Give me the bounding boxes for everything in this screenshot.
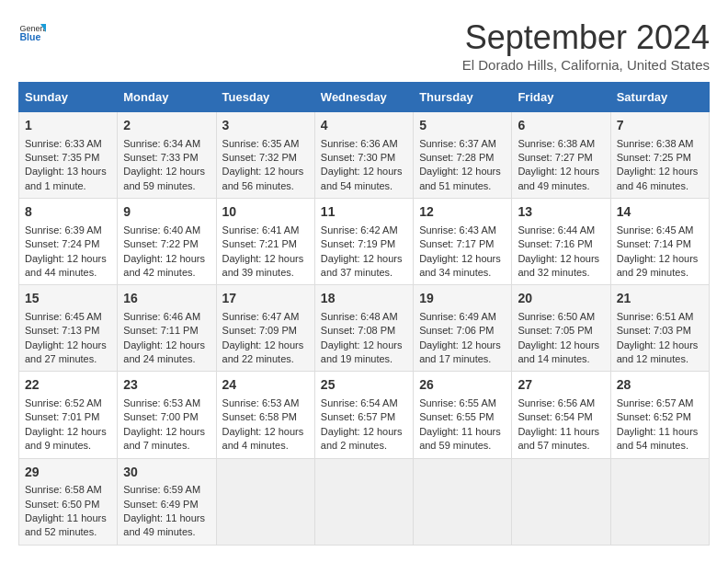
calendar-cell: 20Sunrise: 6:50 AMSunset: 7:05 PMDayligh… bbox=[512, 285, 610, 372]
calendar-cell: 10Sunrise: 6:41 AMSunset: 7:21 PMDayligh… bbox=[216, 199, 314, 285]
calendar-cell: 15Sunrise: 6:45 AMSunset: 7:13 PMDayligh… bbox=[19, 285, 118, 372]
day-info: and 12 minutes. bbox=[617, 352, 703, 366]
day-info: Sunrise: 6:44 AM bbox=[518, 224, 604, 237]
day-info: Daylight: 12 hours bbox=[617, 339, 703, 352]
day-info: and 59 minutes. bbox=[419, 439, 506, 453]
day-info: Daylight: 11 hours bbox=[123, 511, 210, 525]
day-info: and 54 minutes. bbox=[321, 179, 407, 193]
day-number: 26 bbox=[419, 376, 506, 395]
day-info: Daylight: 12 hours bbox=[25, 339, 111, 352]
day-info: Sunrise: 6:36 AM bbox=[321, 137, 407, 151]
day-number: 6 bbox=[518, 117, 604, 135]
day-info: Sunset: 7:28 PM bbox=[419, 151, 506, 165]
day-info: Sunset: 7:24 PM bbox=[25, 237, 111, 251]
svg-text:Blue: Blue bbox=[20, 31, 41, 42]
header-friday: Friday bbox=[512, 83, 610, 112]
day-info: Sunrise: 6:46 AM bbox=[123, 310, 210, 324]
day-info: and 46 minutes. bbox=[617, 179, 703, 193]
day-info: and 4 minutes. bbox=[222, 439, 309, 453]
day-number: 8 bbox=[25, 203, 111, 222]
calendar-cell bbox=[512, 458, 610, 545]
day-info: Sunset: 7:03 PM bbox=[617, 324, 703, 338]
day-info: Sunrise: 6:39 AM bbox=[25, 224, 111, 237]
day-info: and 56 minutes. bbox=[222, 179, 309, 193]
day-info: Daylight: 13 hours bbox=[25, 165, 111, 178]
header-monday: Monday bbox=[118, 83, 216, 112]
day-info: Sunset: 7:01 PM bbox=[25, 410, 111, 424]
calendar-header-row: SundayMondayTuesdayWednesdayThursdayFrid… bbox=[19, 83, 710, 112]
day-info: Sunset: 6:49 PM bbox=[123, 498, 210, 511]
day-number: 29 bbox=[25, 464, 111, 482]
day-info: Daylight: 12 hours bbox=[518, 339, 604, 352]
header-thursday: Thursday bbox=[414, 83, 512, 112]
day-info: Sunset: 7:22 PM bbox=[123, 237, 210, 251]
day-info: Sunrise: 6:53 AM bbox=[123, 396, 210, 410]
day-info: Daylight: 12 hours bbox=[321, 165, 407, 178]
day-info: Sunrise: 6:45 AM bbox=[617, 224, 703, 237]
calendar-cell: 8Sunrise: 6:39 AMSunset: 7:24 PMDaylight… bbox=[19, 199, 118, 285]
day-info: and 27 minutes. bbox=[25, 352, 111, 366]
day-info: Sunset: 7:06 PM bbox=[419, 324, 506, 338]
calendar-cell bbox=[610, 458, 709, 545]
calendar-cell: 25Sunrise: 6:54 AMSunset: 6:57 PMDayligh… bbox=[314, 372, 413, 458]
day-info: Daylight: 12 hours bbox=[518, 165, 604, 178]
calendar-cell bbox=[216, 458, 314, 545]
day-info: and 19 minutes. bbox=[321, 352, 407, 366]
day-info: Sunrise: 6:41 AM bbox=[222, 224, 309, 237]
day-info: Sunset: 6:50 PM bbox=[25, 498, 111, 511]
calendar-cell: 19Sunrise: 6:49 AMSunset: 7:06 PMDayligh… bbox=[414, 285, 512, 372]
calendar-cell: 21Sunrise: 6:51 AMSunset: 7:03 PMDayligh… bbox=[610, 285, 709, 372]
day-info: Sunset: 7:25 PM bbox=[617, 151, 703, 165]
day-info: Daylight: 11 hours bbox=[25, 511, 111, 525]
day-info: Sunset: 7:21 PM bbox=[222, 237, 309, 251]
day-number: 14 bbox=[617, 203, 703, 222]
day-info: and 2 minutes. bbox=[321, 439, 407, 453]
calendar-cell: 28Sunrise: 6:57 AMSunset: 6:52 PMDayligh… bbox=[610, 372, 709, 458]
day-info: and 51 minutes. bbox=[419, 179, 506, 193]
day-info: Sunset: 7:13 PM bbox=[25, 324, 111, 338]
day-info: Sunset: 7:27 PM bbox=[518, 151, 604, 165]
day-number: 1 bbox=[25, 117, 111, 135]
calendar-cell: 11Sunrise: 6:42 AMSunset: 7:19 PMDayligh… bbox=[314, 199, 413, 285]
day-info: Sunset: 7:32 PM bbox=[222, 151, 309, 165]
day-info: Daylight: 12 hours bbox=[25, 425, 111, 439]
day-info: Daylight: 12 hours bbox=[222, 339, 309, 352]
day-number: 16 bbox=[123, 290, 210, 308]
day-number: 27 bbox=[518, 376, 604, 395]
day-info: Daylight: 12 hours bbox=[25, 252, 111, 266]
day-info: Daylight: 11 hours bbox=[617, 425, 703, 439]
day-number: 20 bbox=[518, 290, 604, 308]
calendar-cell: 4Sunrise: 6:36 AMSunset: 7:30 PMDaylight… bbox=[314, 112, 413, 199]
calendar-table: SundayMondayTuesdayWednesdayThursdayFrid… bbox=[18, 82, 710, 546]
header-wednesday: Wednesday bbox=[314, 83, 413, 112]
calendar-cell: 1Sunrise: 6:33 AMSunset: 7:35 PMDaylight… bbox=[19, 112, 118, 199]
day-info: Daylight: 12 hours bbox=[123, 165, 210, 178]
calendar-cell: 6Sunrise: 6:38 AMSunset: 7:27 PMDaylight… bbox=[512, 112, 610, 199]
day-info: Daylight: 12 hours bbox=[222, 252, 309, 266]
day-info: Sunrise: 6:58 AM bbox=[25, 483, 111, 497]
day-number: 2 bbox=[123, 117, 210, 135]
day-number: 7 bbox=[617, 117, 703, 135]
calendar-cell: 22Sunrise: 6:52 AMSunset: 7:01 PMDayligh… bbox=[19, 372, 118, 458]
day-info: Sunset: 7:11 PM bbox=[123, 324, 210, 338]
day-info: Daylight: 12 hours bbox=[419, 339, 506, 352]
logo: General Blue bbox=[18, 18, 46, 46]
day-info: Sunrise: 6:38 AM bbox=[518, 137, 604, 151]
day-info: Sunrise: 6:47 AM bbox=[222, 310, 309, 324]
month-title: September 2024 bbox=[462, 18, 710, 57]
day-info: and 37 minutes. bbox=[321, 266, 407, 280]
day-info: Sunset: 7:19 PM bbox=[321, 237, 407, 251]
day-info: Daylight: 12 hours bbox=[321, 339, 407, 352]
day-info: Sunrise: 6:34 AM bbox=[123, 137, 210, 151]
day-info: Sunset: 7:33 PM bbox=[123, 151, 210, 165]
day-info: Sunrise: 6:42 AM bbox=[321, 224, 407, 237]
day-info: and 34 minutes. bbox=[419, 266, 506, 280]
day-info: Sunset: 6:57 PM bbox=[321, 410, 407, 424]
calendar-week-row: 8Sunrise: 6:39 AMSunset: 7:24 PMDaylight… bbox=[19, 199, 710, 285]
day-info: Daylight: 11 hours bbox=[419, 425, 506, 439]
day-info: Daylight: 12 hours bbox=[123, 252, 210, 266]
day-number: 21 bbox=[617, 290, 703, 308]
day-info: Daylight: 12 hours bbox=[617, 252, 703, 266]
day-info: and 49 minutes. bbox=[123, 525, 210, 539]
calendar-cell: 27Sunrise: 6:56 AMSunset: 6:54 PMDayligh… bbox=[512, 372, 610, 458]
